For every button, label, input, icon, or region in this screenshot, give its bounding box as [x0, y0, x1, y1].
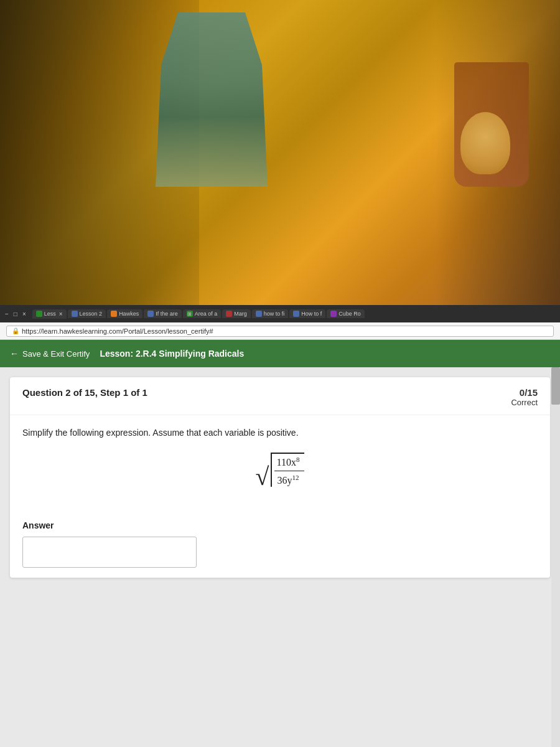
score-correct: Correct: [511, 398, 538, 407]
question-label: Question 2 of 15, Step 1 of 1: [22, 387, 147, 398]
tab-howtof[interactable]: How to f: [289, 309, 325, 318]
maximize-button[interactable]: □: [14, 311, 17, 317]
lock-icon: 🔒: [12, 327, 19, 334]
tab-lesson2-label: Lesson 2: [80, 311, 103, 317]
fraction-container: 110x8 36y12: [271, 453, 305, 487]
minimize-button[interactable]: −: [5, 311, 9, 317]
tab-ifthe-label: If the are: [156, 311, 178, 317]
address-text: https://learn.hawkeslearning.com/Portal/…: [22, 327, 213, 335]
tab-marg-label: Marg: [234, 311, 247, 317]
tab-howtof-label: How to f: [301, 311, 322, 317]
score-area: 0/15 Correct: [511, 387, 538, 407]
lesson-title: Lesson: 2.R.4 Simplifying Radicals: [100, 349, 244, 359]
question-body: Simplify the following expression. Assum…: [10, 415, 550, 515]
question-prompt: Simplify the following expression. Assum…: [22, 428, 538, 438]
tab-marg[interactable]: Marg: [222, 309, 251, 318]
fraction-numerator: 110x8: [274, 456, 305, 471]
tab-howtofi-label: how to fi: [264, 311, 285, 317]
question-header: Question 2 of 15, Step 1 of 1 0/15 Corre…: [10, 377, 550, 415]
tab-marg-icon: [226, 311, 232, 317]
numerator-base: 110x: [277, 457, 296, 467]
numerator-exponent: 8: [296, 456, 300, 463]
address-bar[interactable]: 🔒 https://learn.hawkeslearning.com/Porta…: [6, 326, 554, 337]
fraction-denominator: 36y12: [274, 471, 304, 486]
tab-less-close[interactable]: ×: [59, 311, 63, 317]
main-content: Question 2 of 15, Step 1 of 1 0/15 Corre…: [0, 367, 560, 747]
tab-hawkes[interactable]: Hawkes: [107, 309, 142, 318]
tab-hawkes-label: Hawkes: [119, 311, 139, 317]
lesson-toolbar: Save & Exit Certify Lesson: 2.R.4 Simpli…: [0, 340, 560, 367]
browser-tab-bar: − □ × Less × Lesson 2 Hawkes If the are …: [0, 305, 560, 322]
question-card: Question 2 of 15, Step 1 of 1 0/15 Corre…: [10, 377, 550, 578]
scrollbar-track[interactable]: [551, 367, 560, 747]
stuffed-animal-decoration: [460, 112, 510, 174]
math-expression: √ 110x8 36y12: [22, 453, 538, 487]
tab-howtofi-icon: [256, 311, 262, 317]
tab-lesson2-icon: [72, 311, 78, 317]
close-window-button[interactable]: ×: [22, 311, 26, 317]
denominator-base: 36y: [277, 476, 292, 486]
sqrt-container: √ 110x8 36y12: [256, 453, 305, 487]
save-exit-button[interactable]: Save & Exit Certify: [10, 349, 90, 359]
window-controls[interactable]: − □ ×: [5, 311, 26, 317]
tab-areaofa-icon: ⊞: [187, 311, 193, 317]
tab-less[interactable]: Less ×: [32, 309, 67, 319]
tab-lesson2[interactable]: Lesson 2: [68, 309, 106, 318]
tab-areaofa-label: Area of a: [195, 311, 218, 317]
tab-less-icon: [36, 311, 42, 317]
answer-section: Answer: [10, 515, 550, 578]
tab-cubero[interactable]: Cube Ro: [327, 309, 365, 318]
tab-hawkes-icon: [111, 311, 117, 317]
address-bar-row: 🔒 https://learn.hawkeslearning.com/Porta…: [0, 322, 560, 340]
tab-howtof-icon: [293, 311, 299, 317]
tab-less-label: Less: [44, 311, 56, 317]
scrollbar-thumb[interactable]: [551, 367, 560, 405]
answer-label: Answer: [22, 520, 538, 530]
tab-ifthe-icon: [147, 311, 154, 317]
background-photo: [0, 0, 560, 305]
tab-howtofi[interactable]: how to fi: [252, 309, 289, 318]
denominator-exponent: 12: [292, 474, 299, 481]
score-fraction: 0/15: [511, 387, 538, 398]
answer-input-box[interactable]: [22, 537, 197, 568]
fabric-decoration: [156, 12, 268, 187]
tab-list: Less × Lesson 2 Hawkes If the are ⊞ Area…: [32, 309, 555, 319]
tab-ifthe[interactable]: If the are: [144, 309, 182, 318]
tab-cubero-label: Cube Ro: [338, 311, 361, 317]
save-exit-label: Save & Exit Certify: [22, 349, 90, 359]
tab-areaofa[interactable]: ⊞ Area of a: [183, 309, 222, 318]
tab-cubero-icon: [330, 311, 337, 317]
sqrt-symbol: √: [256, 464, 269, 489]
